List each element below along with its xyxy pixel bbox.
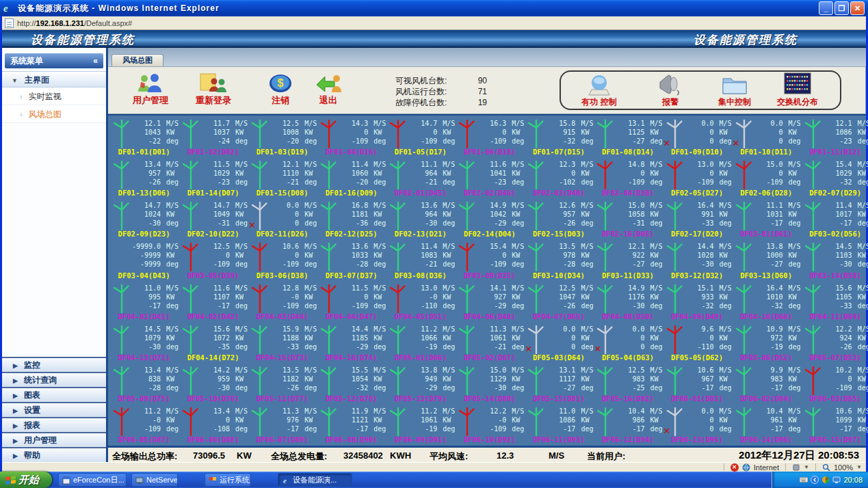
- turbine-cell[interactable]: 12.5M/S1047KW-26degDF04-07(D65): [524, 281, 593, 322]
- zoom-magnifier-icon[interactable]: [822, 463, 830, 472]
- sidebar-accordion-监控[interactable]: ▶监控: [2, 357, 106, 372]
- toolbar-button-重新登录[interactable]: 重新登录: [185, 72, 242, 107]
- turbine-cell[interactable]: 12.3M/S0KW-102degDF02-03(D40): [524, 157, 593, 198]
- toolbar-button-报警[interactable]: 报警: [637, 74, 703, 108]
- turbine-cell[interactable]: 15.5M/S1054KW-32degDF05-12(D78): [317, 363, 386, 404]
- turbine-cell[interactable]: 14.9M/S1042KW-29degDF02-14(D04): [455, 198, 524, 239]
- turbine-cell[interactable]: ✕0.0M/S0KW0degDF06-13(D95): [663, 404, 732, 445]
- sidebar-collapse-icon[interactable]: «: [93, 53, 98, 68]
- turbine-cell[interactable]: 12.5M/S1008KW-20degDF01-03(D19): [248, 116, 317, 157]
- turbine-cell[interactable]: -9999.0M/S-9999KW-9999degDF03-04(D43): [109, 239, 179, 280]
- turbine-cell[interactable]: 14.4M/S1185KW-29degDF04-16(D74): [317, 322, 386, 363]
- keyboard-tray-icon[interactable]: [800, 476, 808, 484]
- turbine-cell[interactable]: 11.5M/S1029KW-23degDF01-14(D07): [179, 157, 248, 198]
- turbine-cell[interactable]: 11.4M/S1083KW-21degDF03-08(D36): [386, 239, 455, 280]
- chevron-down-icon[interactable]: ▼: [856, 464, 862, 470]
- turbine-cell[interactable]: 11.9M/S1121KW-17degDF06-08(D90): [317, 404, 386, 445]
- sidebar-item-风场总图[interactable]: ›风场总图: [2, 105, 106, 123]
- turbine-cell[interactable]: 11.0M/S1086KW-17degDF06-11(D93): [524, 404, 593, 445]
- turbine-cell[interactable]: 10.2M/S0KW-109degDF06-03(D85): [801, 363, 868, 404]
- turbine-cell[interactable]: 14.5M/S1103KW-30degDF03-14(D58): [801, 239, 868, 280]
- hide-icons-chevron-icon[interactable]: [811, 476, 819, 484]
- turbine-cell[interactable]: 12.8M/S-0KW-109degDF04-03(D44): [248, 281, 317, 322]
- address-bar[interactable]: http://192.168.1.231/Default.aspx#: [2, 16, 866, 30]
- sidebar-item-主界面[interactable]: ▼主界面: [2, 71, 106, 87]
- turbine-cell[interactable]: 14.8M/S0KW-109degDF02-04(D30): [593, 157, 662, 198]
- turbine-cell[interactable]: 11.5M/S0KW-109degDF04-04(D47): [317, 281, 386, 322]
- turbine-cell[interactable]: 14.2M/S959KW-30degDF05-10(D76): [179, 363, 248, 404]
- turbine-cell[interactable]: 12.1M/S1086KW-23degDF01-11(D12): [801, 116, 868, 157]
- turbine-cell[interactable]: 13.1M/S1125KW-27degDF01-08(D14): [593, 116, 662, 157]
- turbine-cell[interactable]: 11.6M/S1107KW-17degDF04-02(D42): [179, 281, 248, 322]
- sidebar-item-实时监视[interactable]: ›实时监视: [2, 87, 106, 105]
- turbine-cell[interactable]: 13.8M/S1000KW-27degDF03-13(D60): [732, 239, 801, 280]
- page-error-icon[interactable]: ✕: [731, 463, 739, 472]
- turbine-cell[interactable]: 16.4M/S1010KW-32degDF04-10(D68): [732, 281, 801, 322]
- turbine-cell[interactable]: 13.6M/S1033KW-28degDF03-07(D37): [317, 239, 386, 280]
- taskbar-task-NetServer[interactable]: NetServer: [131, 473, 178, 487]
- turbine-cell[interactable]: 15.1M/S933KW-32degDF04-09(D49): [663, 281, 732, 322]
- turbine-cell[interactable]: 13.5M/S978KW-28degDF03-10(D34): [524, 239, 593, 280]
- toolbar-button-退出[interactable]: 退出: [300, 72, 357, 107]
- turbine-cell[interactable]: 12.1M/S922KW-27degDF03-11(D33): [593, 239, 662, 280]
- restore-button[interactable]: ❐: [834, 1, 849, 15]
- turbine-cell[interactable]: 13.8M/S949KW-29degDF05-13(D79): [386, 363, 455, 404]
- turbine-cell[interactable]: 14.7M/S1049KW-31degDF02-10(D22): [179, 198, 248, 239]
- turbine-cell[interactable]: ✕0.0M/S0KW0degDF02-11(D26): [248, 198, 317, 239]
- sidebar-accordion-统计查询[interactable]: ▶统计查询: [2, 372, 106, 387]
- start-button[interactable]: 开始: [0, 472, 52, 488]
- taskbar-clock[interactable]: 20:08: [843, 476, 863, 484]
- turbine-cell[interactable]: 14.1M/S927KW-29degDF04-06(D48): [455, 281, 524, 322]
- turbine-cell[interactable]: 9.9M/S983KW-17degDF06-02(D84): [732, 363, 801, 404]
- close-button[interactable]: ✕: [850, 1, 865, 15]
- turbine-cell[interactable]: 15.4M/S0KW-109degDF03-09(D35): [455, 239, 524, 280]
- turbine-cell[interactable]: 11.2M/S1066KW-19degDF05-01(D66): [386, 322, 455, 363]
- turbine-cell[interactable]: 15.6M/S1072KW-35degDF04-14(D72): [179, 322, 248, 363]
- taskbar-task-[interactable]: 运行系统: [205, 473, 251, 487]
- minimize-button[interactable]: _: [819, 1, 833, 15]
- window-titlebar[interactable]: e 设备能源演示系统 - Windows Internet Explorer _…: [0, 0, 868, 16]
- turbine-cell[interactable]: 15.0M/S0KW-109degDF02-06(D28): [732, 157, 801, 198]
- turbine-cell[interactable]: 15.8M/S915KW-32degDF01-07(D15): [524, 116, 593, 157]
- chevron-down-icon[interactable]: ▼: [804, 464, 809, 470]
- turbine-cell[interactable]: ✕0.0M/S0KW0degDF01-09(D10): [663, 116, 732, 157]
- turbine-cell[interactable]: 13.4M/S838KW-28degDF05-09(D75): [109, 363, 179, 404]
- taskbar-task-[interactable]: e设备能源演...: [278, 473, 352, 487]
- turbine-cell[interactable]: 10.6M/S967KW-17degDF06-01(D83): [663, 363, 732, 404]
- turbine-cell[interactable]: ✕0.0M/S0KW0degDF01-10(D11): [732, 116, 801, 157]
- turbine-cell[interactable]: 13.5M/S1182KW-26degDF05-11(D77): [248, 363, 317, 404]
- url-text[interactable]: http://192.168.1.231/Default.aspx#: [17, 19, 132, 27]
- turbine-cell[interactable]: 10.6M/S1099KW-17degDF06-15(D97): [801, 404, 868, 445]
- turbine-cell[interactable]: 15.6M/S1105KW-33degDF04-11(D69): [801, 281, 868, 322]
- turbine-cell[interactable]: 10.4M/S986KW-17degDF06-12(D94): [593, 404, 662, 445]
- toolbar-button-交换机分布[interactable]: 交换机分布: [765, 74, 830, 108]
- turbine-cell[interactable]: 11.2M/S-0KW-109degDF06-05(D87): [109, 404, 179, 445]
- turbine-cell[interactable]: 11.3M/S976KW-17degDF06-07(D89): [248, 404, 317, 445]
- tray-status-icon[interactable]: [821, 476, 830, 484]
- turbine-cell[interactable]: 9.6M/S0KW-110degDF05-05(D62): [663, 322, 732, 363]
- turbine-cell[interactable]: 11.2M/S1061KW-19degDF06-09(D91): [386, 404, 455, 445]
- turbine-cell[interactable]: 12.1M/S1110KW-21degDF01-15(D08): [248, 157, 317, 198]
- tab-wind-farm-overview[interactable]: 风场总图: [111, 54, 163, 66]
- turbine-cell[interactable]: 15.0M/S1058KW-31degDF02-16(D05): [593, 198, 662, 239]
- turbine-cell[interactable]: ✕0.0M/S0KW0degDF05-03(D64): [524, 322, 593, 363]
- turbine-cell[interactable]: 13.4M/S957KW-26degDF01-13(D06): [109, 157, 179, 198]
- turbine-cell[interactable]: 14.7M/S0KW-109degDF01-05(D17): [386, 116, 455, 157]
- turbine-cell[interactable]: 10.6M/S0KW-109degDF03-06(D38): [248, 239, 317, 280]
- turbine-cell[interactable]: 13.0M/S-0KW-110degDF04-05(D51): [386, 281, 455, 322]
- turbine-cell[interactable]: 12.5M/S0KW-109degDF03-05(D39): [179, 239, 248, 280]
- turbine-cell[interactable]: 14.7M/S1024KW-30degDF02-09(D23): [109, 198, 179, 239]
- turbine-cell[interactable]: 11.7M/S1037KW-24degDF01-02(D02): [179, 116, 248, 157]
- turbine-cell[interactable]: 12.2M/S-0KW-109degDF06-10(D92): [455, 404, 524, 445]
- turbine-cell[interactable]: 13.4M/S0KW-108degDF06-06(D88): [179, 404, 248, 445]
- toolbar-button-用户管理[interactable]: 用户管理: [122, 72, 179, 107]
- turbine-cell[interactable]: 11.0M/S995KW-17degDF04-01(D41): [109, 281, 179, 322]
- sidebar-accordion-用户管理[interactable]: ▶用户管理: [2, 432, 106, 447]
- turbine-cell[interactable]: 12.1M/S1043KW-22degDF01-01(D01): [109, 116, 179, 157]
- turbine-cell[interactable]: 16.4M/S991KW-33degDF02-17(D20): [663, 198, 732, 239]
- taskbar-task-eForceCon[interactable]: eForceCon日...: [58, 473, 127, 487]
- turbine-cell[interactable]: 11.4M/S1017KW-17degDF03-02(D56): [801, 198, 868, 239]
- turbine-cell[interactable]: ✕0.0M/S0KW0degDF05-04(D63): [593, 322, 662, 363]
- turbine-cell[interactable]: 15.4M/S1029KW-32degDF02-07(D29): [801, 157, 868, 198]
- turbine-cell[interactable]: 10.4M/S961KW-17degDF06-14(D96): [732, 404, 801, 445]
